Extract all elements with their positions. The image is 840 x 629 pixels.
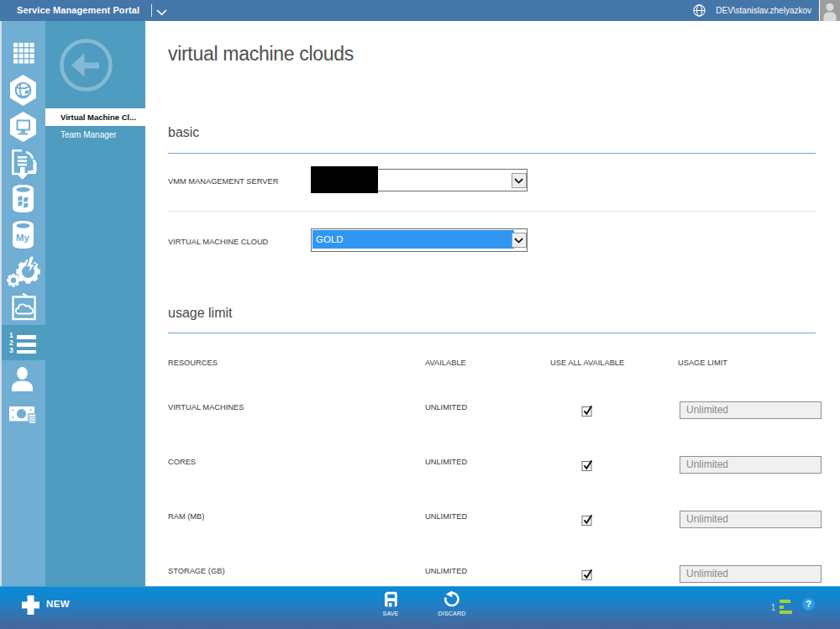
svg-text:My: My xyxy=(16,233,30,243)
